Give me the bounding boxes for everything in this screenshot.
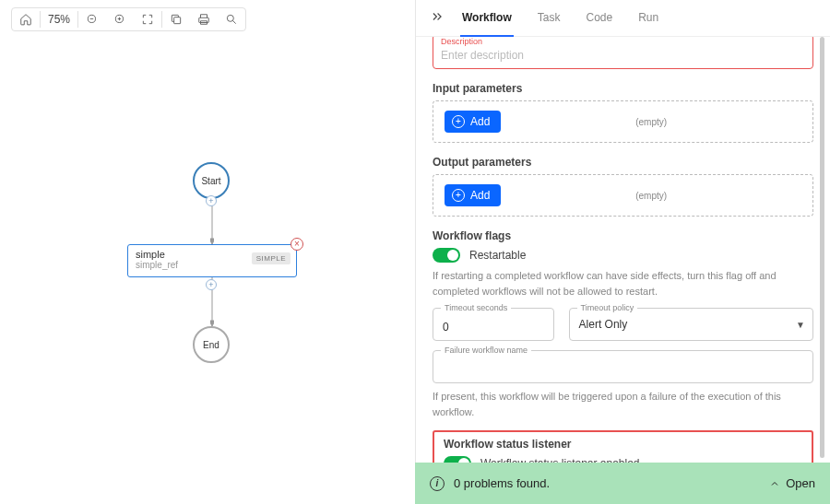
restartable-label: Restartable [469,249,526,262]
listener-enabled-toggle[interactable] [444,456,471,463]
svg-line-11 [232,20,235,23]
input-params-title: Input parameters [433,82,813,95]
svg-rect-9 [174,18,181,24]
timeout-policy-field[interactable]: Timeout policy Alert Only ▼ [569,308,813,341]
timeout-seconds-input[interactable] [443,321,544,334]
status-listener-section: Workflow status listener Workflow status… [433,430,813,463]
zoom-out-button[interactable] [78,8,106,30]
add-output-param-button[interactable]: + Add [445,184,501,206]
task-type-badge: SIMPLE [252,252,290,264]
tab-workflow[interactable]: Workflow [460,0,514,37]
search-button[interactable] [218,8,245,30]
timeout-row: Timeout seconds Timeout policy Alert Onl… [433,308,813,341]
plus-icon: + [452,189,465,202]
tab-run[interactable]: Run [636,0,660,37]
panel-body: Description Input parameters + Add (empt… [416,37,830,463]
add-label: Add [470,115,490,128]
restartable-row: Restartable [433,248,813,263]
timeout-seconds-field[interactable]: Timeout seconds [433,308,554,341]
status-text: 0 problems found. [454,476,760,490]
open-problems-button[interactable]: Open [769,476,815,490]
description-field[interactable]: Description [433,37,813,69]
fit-screen-button[interactable] [134,8,161,30]
add-edge-button[interactable]: + [206,279,217,290]
copy-button[interactable] [162,8,190,30]
scrollbar[interactable] [820,37,824,458]
status-bar: i 0 problems found. Open [415,463,830,504]
failure-workflow-field[interactable]: Failure workflow name [433,350,813,383]
properties-panel: Workflow Task Code Run Description Input… [415,0,830,463]
failure-workflow-input[interactable] [443,363,803,376]
canvas-toolbar: 75% [11,7,246,31]
listener-enabled-row: Workflow status listener enabled [444,456,802,463]
restartable-help: If restarting a completed workflow can h… [433,268,813,299]
workflow-canvas[interactable]: Start + simple simple_ref SIMPLE × + End [0,0,415,504]
add-input-param-button[interactable]: + Add [445,111,501,133]
timeout-policy-label: Timeout policy [577,303,638,312]
timeout-seconds-label: Timeout seconds [441,303,511,312]
status-listener-title: Workflow status listener [444,438,802,451]
task-node[interactable]: simple simple_ref SIMPLE × [127,244,297,277]
start-node-label: Start [201,176,220,186]
description-input[interactable] [441,49,805,62]
input-params-box: + Add (empty) [433,100,813,143]
timeout-policy-value: Alert Only [579,318,803,331]
output-params-title: Output parameters [433,156,813,169]
restartable-toggle[interactable] [433,248,460,263]
chevron-up-icon [769,478,780,489]
zoom-level: 75% [41,13,77,26]
tab-code[interactable]: Code [584,0,614,37]
output-params-box: + Add (empty) [433,174,813,217]
zoom-in-button[interactable] [106,8,134,30]
delete-task-button[interactable]: × [290,238,303,251]
info-icon: i [430,476,445,491]
input-params-empty: (empty) [635,117,667,127]
collapse-panel-button[interactable] [431,10,444,27]
tab-task[interactable]: Task [536,0,563,37]
open-label: Open [786,476,815,490]
workflow-flags-title: Workflow flags [433,229,813,242]
plus-icon: + [452,115,465,128]
end-node[interactable]: End [193,326,230,363]
add-label: Add [470,189,490,202]
failure-workflow-help: If present, this workflow will be trigge… [433,389,813,419]
dropdown-icon: ▼ [796,320,805,330]
print-button[interactable] [190,8,218,30]
panel-tabs: Workflow Task Code Run [416,0,830,37]
description-label: Description [441,37,805,46]
failure-workflow-label: Failure workflow name [441,346,531,355]
end-node-label: End [203,340,219,350]
add-edge-button[interactable]: + [206,195,217,206]
output-params-empty: (empty) [635,191,667,201]
svg-point-10 [227,15,233,21]
home-button[interactable] [12,8,40,30]
start-node[interactable]: Start [193,162,230,199]
